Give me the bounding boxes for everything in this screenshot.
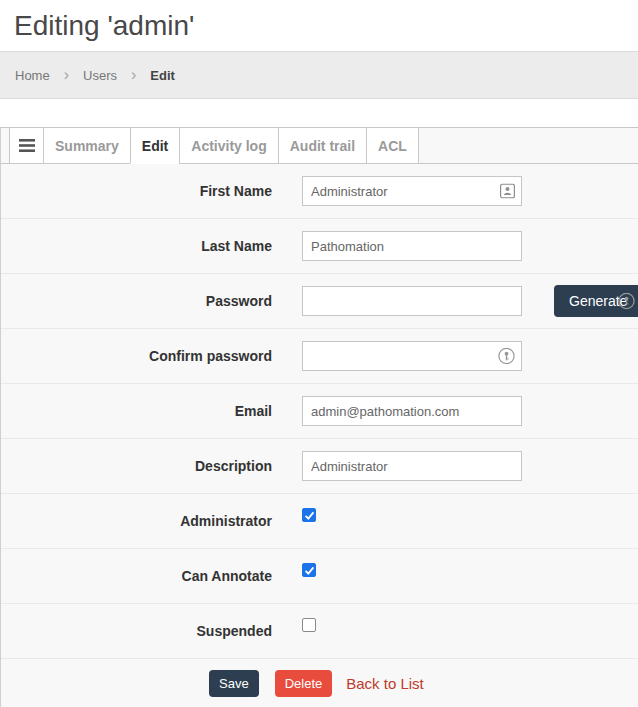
tab-strip-lead xyxy=(1,128,9,164)
email-input[interactable] xyxy=(302,396,522,426)
save-button[interactable]: Save xyxy=(209,670,259,697)
page-header: Editing 'admin' xyxy=(0,0,638,51)
password-control: Generate xyxy=(302,285,638,317)
first-name-control xyxy=(302,176,522,206)
chevron-right-icon: › xyxy=(131,67,136,83)
password-row: Password Generate xyxy=(1,274,638,329)
chevron-right-icon: › xyxy=(64,67,69,83)
breadcrumb-home[interactable]: Home xyxy=(15,68,50,83)
user-edit-page: Editing 'admin' Home › Users › Edit Summ… xyxy=(0,0,638,707)
last-name-input[interactable] xyxy=(302,231,522,261)
confirm-password-control xyxy=(302,341,522,371)
confirm-password-label: Confirm password xyxy=(1,348,272,364)
last-name-row: Last Name xyxy=(1,219,638,274)
delete-button[interactable]: Delete xyxy=(275,670,333,697)
form-actions-row: Save Delete Back to List xyxy=(1,659,638,707)
administrator-control xyxy=(302,514,316,528)
administrator-label: Administrator xyxy=(1,513,272,529)
can-annotate-label: Can Annotate xyxy=(1,568,272,584)
contact-autofill-icon[interactable] xyxy=(500,184,515,199)
first-name-row: First Name xyxy=(1,164,638,219)
tab-summary[interactable]: Summary xyxy=(43,128,130,164)
can-annotate-checkbox[interactable] xyxy=(302,563,316,577)
suspended-label: Suspended xyxy=(1,623,272,639)
password-key-icon[interactable] xyxy=(498,348,515,365)
breadcrumb-edit-current: Edit xyxy=(150,68,175,83)
description-row: Description xyxy=(1,439,638,494)
tab-strip: Summary Edit Activity log Audit trail AC… xyxy=(1,127,638,164)
administrator-checkbox[interactable] xyxy=(302,508,316,522)
first-name-input[interactable] xyxy=(302,176,522,206)
email-label: Email xyxy=(1,403,272,419)
email-control xyxy=(302,396,522,426)
main-panel: Summary Edit Activity log Audit trail AC… xyxy=(0,127,638,707)
confirm-password-row: Confirm password xyxy=(1,329,638,384)
breadcrumb-users[interactable]: Users xyxy=(83,68,117,83)
password-label: Password xyxy=(1,293,272,309)
tab-menu-button[interactable] xyxy=(9,128,43,164)
last-name-control xyxy=(302,231,522,261)
back-to-list-link[interactable]: Back to List xyxy=(346,675,424,692)
hamburger-menu-icon xyxy=(19,139,35,152)
can-annotate-row: Can Annotate xyxy=(1,549,638,604)
tab-strip-filler xyxy=(419,128,638,164)
password-input[interactable] xyxy=(302,286,522,316)
tab-edit[interactable]: Edit xyxy=(130,128,179,164)
tab-activity-log[interactable]: Activity log xyxy=(179,128,277,164)
tab-audit-trail[interactable]: Audit trail xyxy=(278,128,366,164)
description-label: Description xyxy=(1,458,272,474)
first-name-label: First Name xyxy=(1,183,272,199)
description-input[interactable] xyxy=(302,451,522,481)
suspended-row: Suspended xyxy=(1,604,638,659)
password-key-icon[interactable] xyxy=(618,293,635,310)
suspended-control xyxy=(302,624,316,638)
administrator-row: Administrator xyxy=(1,494,638,549)
description-control xyxy=(302,451,522,481)
confirm-password-input[interactable] xyxy=(302,341,522,371)
suspended-checkbox[interactable] xyxy=(302,618,316,632)
last-name-label: Last Name xyxy=(1,238,272,254)
tab-acl[interactable]: ACL xyxy=(366,128,419,164)
page-title: Editing 'admin' xyxy=(14,10,194,42)
breadcrumb: Home › Users › Edit xyxy=(0,51,638,99)
email-row: Email xyxy=(1,384,638,439)
can-annotate-control xyxy=(302,569,316,583)
